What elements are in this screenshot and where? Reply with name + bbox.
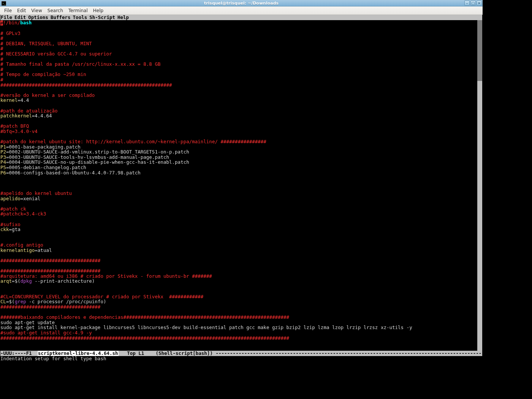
scrollbar[interactable]: [477, 20, 482, 351]
code-line: ########################################…: [0, 82, 477, 88]
code-line: [0, 25, 477, 31]
code-line: P2=0002-UBUNTU-SAUCE-add-vmlinux.strip-t…: [0, 149, 477, 155]
code-line: P3=0003-UBUNTU-SAUCE-tools-hv-lsvmbus-ad…: [0, 155, 477, 160]
code-line: ###################################: [0, 268, 477, 274]
code-line: ###################################: [0, 258, 477, 263]
code-line: patchkernel=4.4.64: [0, 113, 477, 119]
code-line: # GPLv3: [0, 31, 477, 36]
modeline: -UUU:----F1 scriptkernel-libre-4.4.64.sh…: [0, 351, 482, 356]
code-line: #patch ck: [0, 206, 477, 212]
window-title: trisquel@trisquel: ~/Downloads: [204, 1, 279, 6]
code-line: CL=$(grep -c processor /proc/cpuinfo): [0, 299, 477, 304]
code-line: ########################################…: [0, 336, 477, 341]
menu-terminal[interactable]: Terminal: [66, 7, 90, 14]
editor-area[interactable]: #!/bin/bash # GPLv3## DEBIAN, TRISQUEL, …: [0, 20, 477, 351]
emacs-frame: FileEditOptionsBuffersToolsSh-ScriptHelp…: [0, 15, 482, 361]
code-line: #!/bin/bash: [0, 20, 477, 25]
terminal-icon: >_: [1, 1, 6, 6]
code-line: [0, 253, 477, 258]
scrollbar-thumb[interactable]: [477, 20, 482, 81]
code-line: #path de atualização: [0, 108, 477, 114]
code-line: sudo apt-get install kernel-package libn…: [0, 325, 477, 330]
code-line: [0, 134, 477, 139]
emacs-menu-file[interactable]: File: [1, 14, 12, 20]
code-line: # Tempo de compilação ~250 min: [0, 72, 477, 77]
code-line: apelido=xenial: [0, 196, 477, 201]
modeline-buffer-name: scriptkernel-libre-4.4.64.sh: [38, 351, 119, 356]
code-line: #apelido do kernel ubuntu: [0, 191, 477, 196]
code-line: #CL=CONCURRENCY_LEVEL do processador # c…: [0, 294, 477, 299]
emacs-menu-edit[interactable]: Edit: [14, 14, 26, 20]
code-line: P1=0001-base-packaging.patch: [0, 144, 477, 150]
code-line: #sudo apt-get install gcc-4.9 -y: [0, 330, 477, 336]
code-line: [0, 87, 477, 93]
code-line: ckk=gta: [0, 227, 477, 232]
code-line: [0, 119, 477, 124]
code-line: [0, 175, 477, 180]
code-line: [0, 103, 477, 108]
emacs-menu-shscript[interactable]: Sh-Script: [89, 14, 115, 20]
code-line: #######baixando compiladores e dependenc…: [0, 315, 477, 320]
modeline-status: -UUU:----F1: [0, 351, 38, 356]
code-line: [0, 217, 477, 222]
svg-text:>_: >_: [2, 2, 6, 5]
menu-edit[interactable]: Edit: [14, 7, 28, 14]
code-line: #versão do kernel a ser compilado: [0, 93, 477, 98]
code-line: P6=0006-configs-based-on-Ubuntu-4.4.0-77…: [0, 170, 477, 176]
code-line: [0, 180, 477, 186]
code-line: [0, 201, 477, 206]
code-line: #.config antigo: [0, 242, 477, 248]
modeline-position: Top L1: [119, 351, 156, 356]
code-line: #: [0, 36, 477, 41]
code-line: #patch BFQ: [0, 124, 477, 129]
code-line: sudo apt-get update: [0, 320, 477, 325]
code-line: # NECESSARIO versão GCC-4.7 ou superior: [0, 51, 477, 57]
code-line: [0, 185, 477, 191]
code-line: arqt=$(dpkg --print-architecture): [0, 279, 477, 284]
minibuffer[interactable]: Indentation setup for shell type bash: [0, 356, 482, 361]
code-line: #: [0, 77, 477, 82]
menu-search[interactable]: Search: [45, 7, 66, 14]
emacs-menubar: FileEditOptionsBuffersToolsSh-ScriptHelp: [0, 15, 482, 20]
code-line: [0, 284, 477, 289]
code-line: P4=0004-UBUNTU-SAUCE-no-up-disable-pie-w…: [0, 160, 477, 165]
code-line: #bfq=3.4.0-v4: [0, 129, 477, 134]
code-line: #patch do kernel ubuntu site: http://ker…: [0, 139, 477, 144]
code-line: #sufixo: [0, 222, 477, 227]
menu-view[interactable]: View: [28, 7, 44, 14]
code-line: kernel=4.4: [0, 98, 477, 103]
minimize-button[interactable]: –: [464, 0, 470, 6]
menu-file[interactable]: File: [2, 7, 14, 14]
code-line: #: [0, 57, 477, 62]
code-line: [0, 263, 477, 268]
code-line: #: [0, 67, 477, 72]
code-line: #: [0, 46, 477, 51]
code-line: [0, 289, 477, 294]
emacs-menu-options[interactable]: Options: [28, 14, 48, 20]
code-line: #arquitetura: amd64 ou i386 # criado por…: [0, 274, 477, 279]
modeline-dashes: ----------------------------------------…: [215, 351, 482, 356]
close-button[interactable]: ✕: [477, 0, 482, 6]
code-line: # DEBIAN, TRISQUEL, UBUNTU, MINT: [0, 41, 477, 46]
code-line: P5=0005-debian-changelog.patch: [0, 165, 477, 170]
emacs-menu-help[interactable]: Help: [117, 14, 129, 20]
emacs-menu-tools[interactable]: Tools: [73, 14, 87, 20]
modeline-mode: (Shell-script[bash]): [155, 351, 215, 356]
code-line: kernelantigo=atual: [0, 248, 477, 253]
window-titlebar: >_ trisquel@trisquel: ~/Downloads – ▢ ✕: [0, 0, 483, 6]
code-line: #patchck=3.4-ck3: [0, 211, 477, 217]
maximize-button[interactable]: ▢: [470, 0, 476, 6]
code-line: [0, 237, 477, 242]
code-line: # Tamanho final da pasta /usr/src/linux-…: [0, 62, 477, 67]
code-line: [0, 310, 477, 315]
menu-help[interactable]: Help: [90, 7, 106, 14]
window-controls: – ▢ ✕: [464, 0, 482, 6]
code-line: ###################################: [0, 304, 477, 310]
terminal-menubar: File Edit View Search Terminal Help: [0, 6, 483, 15]
code-line: [0, 232, 477, 238]
emacs-menu-buffers[interactable]: Buffers: [51, 14, 71, 20]
